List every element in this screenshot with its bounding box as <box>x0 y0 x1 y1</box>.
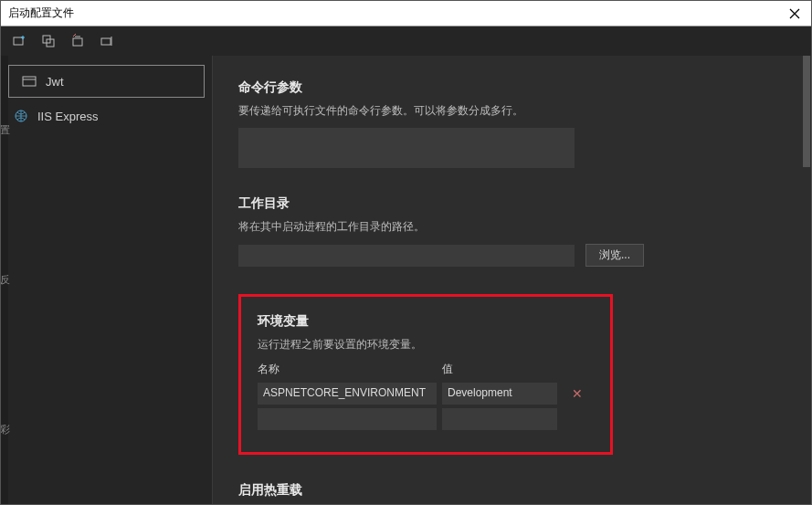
sidebar-item-label: IIS Express <box>37 110 98 123</box>
left-edge-strip: 置 反 彩 <box>1 56 8 504</box>
svg-rect-4 <box>101 38 111 45</box>
env-value-header: 值 <box>442 362 453 377</box>
env-name-header: 名称 <box>258 362 437 377</box>
scrollbar[interactable] <box>802 26 811 504</box>
new-profile-icon[interactable] <box>12 34 26 48</box>
window-title: 启动配置文件 <box>8 5 74 21</box>
window-body: 置 反 彩 Jwt <box>1 26 811 504</box>
env-row: ASPNETCORE_ENVIRONMENT Development ✕ <box>258 383 594 405</box>
env-title: 环境变量 <box>258 313 594 330</box>
env-name-cell[interactable]: ASPNETCORE_ENVIRONMENT <box>258 383 437 405</box>
svg-rect-0 <box>14 37 23 45</box>
svg-rect-3 <box>73 38 82 46</box>
args-title: 命令行参数 <box>238 79 786 96</box>
env-header: 名称 值 <box>258 362 594 377</box>
delete-profile-icon[interactable] <box>70 34 85 48</box>
toolbar <box>1 26 811 56</box>
content-panel: 命令行参数 要传递给可执行文件的命令行参数。可以将参数分成多行。 工作目录 将在… <box>213 26 811 504</box>
sidebar-item-jwt[interactable]: Jwt <box>8 65 205 98</box>
workdir-title: 工作目录 <box>238 195 786 212</box>
hotreload-title: 启用热重载 <box>238 482 786 499</box>
profiles-sidebar: Jwt IIS Express <box>1 26 213 504</box>
duplicate-profile-icon[interactable] <box>41 34 56 48</box>
window-icon <box>22 74 37 89</box>
workdir-desc: 将在其中启动进程的工作目录的路径。 <box>238 219 786 235</box>
delete-row-icon[interactable]: ✕ <box>572 386 583 401</box>
close-button[interactable] <box>786 5 804 23</box>
workdir-input[interactable] <box>238 245 575 267</box>
rename-profile-icon[interactable] <box>100 34 114 48</box>
sidebar-item-label: Jwt <box>46 75 64 89</box>
env-desc: 运行进程之前要设置的环境变量。 <box>258 337 594 352</box>
env-value-cell-empty[interactable] <box>442 408 557 430</box>
args-desc: 要传递给可执行文件的命令行参数。可以将参数分成多行。 <box>238 103 786 119</box>
env-row <box>258 408 594 430</box>
env-highlighted-box: 环境变量 运行进程之前要设置的环境变量。 名称 值 ASPNETCORE_ENV… <box>238 294 613 455</box>
args-input[interactable] <box>238 128 575 168</box>
workdir-section: 工作目录 将在其中启动进程的工作目录的路径。 浏览... <box>238 195 786 267</box>
launch-profiles-window: 启动配置文件 置 反 彩 <box>0 0 812 505</box>
globe-icon <box>14 109 28 123</box>
env-value-cell[interactable]: Development <box>442 383 557 405</box>
sidebar-item-iis-express[interactable]: IIS Express <box>1 100 212 132</box>
env-section: 环境变量 运行进程之前要设置的环境变量。 名称 值 ASPNETCORE_ENV… <box>238 294 786 455</box>
svg-rect-5 <box>23 77 36 86</box>
args-section: 命令行参数 要传递给可执行文件的命令行参数。可以将参数分成多行。 <box>238 79 786 168</box>
browse-button[interactable]: 浏览... <box>585 244 644 267</box>
hotreload-section: 启用热重载 将代码更改应用于运行中的应用程序。 <box>238 482 786 504</box>
close-icon <box>789 8 800 19</box>
env-name-cell-empty[interactable] <box>258 408 437 430</box>
titlebar: 启动配置文件 <box>1 1 811 26</box>
